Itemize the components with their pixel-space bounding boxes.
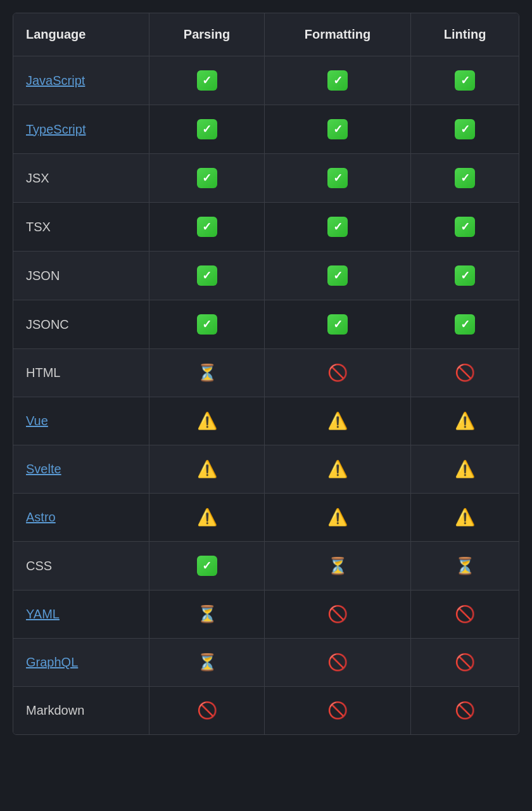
table-row: HTML⏳🚫🚫 [13,349,519,397]
warning-icon: ⚠️ [327,508,348,527]
language-cell[interactable]: GraphQL [13,639,149,687]
parsing-cell: ✓ [149,252,265,300]
support-table: Language Parsing Formatting Linting Java… [13,13,519,735]
check-icon: ✓ [455,70,475,91]
check-icon: ✓ [455,217,475,237]
linting-cell: ✓ [411,203,519,252]
formatting-cell: ✓ [264,154,410,203]
table-row: JavaScript✓✓✓ [13,56,519,105]
warning-icon: ⚠️ [327,411,348,431]
linting-cell: 🚫 [411,591,519,639]
check-icon: ✓ [327,265,348,286]
check-icon: ✓ [455,119,475,139]
formatting-cell: ⚠️ [264,494,410,542]
formatting-cell: 🚫 [264,591,410,639]
parsing-cell: ⚠️ [149,494,265,542]
warning-icon: ⚠️ [455,411,475,431]
language-label: Markdown [26,703,84,717]
language-cell[interactable]: Svelte [13,445,149,494]
linting-cell: ✓ [411,56,519,105]
check-icon: ✓ [197,119,217,139]
table-row: TypeScript✓✓✓ [13,105,519,154]
language-cell: Markdown [13,687,149,735]
check-icon: ✓ [197,217,217,237]
language-link[interactable]: Vue [26,414,48,428]
warning-icon: ⚠️ [197,459,217,479]
table-header-row: Language Parsing Formatting Linting [13,13,519,56]
language-cell[interactable]: Astro [13,494,149,542]
hourglass-icon: ⏳ [197,653,217,672]
formatting-cell: ✓ [264,203,410,252]
parsing-cell: ✓ [149,105,265,154]
col-header-parsing: Parsing [149,13,265,56]
language-cell: TSX [13,203,149,252]
language-link[interactable]: JavaScript [26,73,85,87]
linting-cell: ⚠️ [411,445,519,494]
parsing-cell: ⚠️ [149,397,265,445]
language-label: CSS [26,559,52,573]
check-icon: ✓ [197,168,217,188]
hourglass-icon: ⏳ [197,363,217,383]
language-cell[interactable]: TypeScript [13,105,149,154]
parsing-cell: ⚠️ [149,445,265,494]
linting-cell: ⏳ [411,542,519,591]
hourglass-icon: ⏳ [197,604,217,624]
parsing-cell: ✓ [149,203,265,252]
linting-cell: ⚠️ [411,494,519,542]
no-entry-icon: 🚫 [455,701,475,720]
hourglass-icon: ⏳ [455,556,475,576]
parsing-cell: ✓ [149,154,265,203]
language-label: JSX [26,171,49,185]
warning-icon: ⚠️ [197,411,217,431]
formatting-cell: ✓ [264,300,410,349]
table-row: Markdown🚫🚫🚫 [13,687,519,735]
language-cell[interactable]: Vue [13,397,149,445]
check-icon: ✓ [327,119,348,139]
language-cell[interactable]: YAML [13,591,149,639]
language-link[interactable]: Astro [26,510,56,524]
no-entry-icon: 🚫 [455,604,475,624]
language-link[interactable]: TypeScript [26,122,86,136]
no-entry-icon: 🚫 [327,653,348,672]
check-icon: ✓ [197,70,217,91]
formatting-cell: 🚫 [264,639,410,687]
table-row: Vue⚠️⚠️⚠️ [13,397,519,445]
table-row: CSS✓⏳⏳ [13,542,519,591]
col-header-formatting: Formatting [264,13,410,56]
language-cell: HTML [13,349,149,397]
language-cell: JSX [13,154,149,203]
check-icon: ✓ [197,265,217,286]
parsing-cell: ⏳ [149,591,265,639]
check-icon: ✓ [327,314,348,335]
linting-cell: ✓ [411,300,519,349]
table-row: JSON✓✓✓ [13,252,519,300]
check-icon: ✓ [327,168,348,188]
formatting-cell: 🚫 [264,687,410,735]
no-entry-icon: 🚫 [327,701,348,720]
formatting-cell: ⏳ [264,542,410,591]
col-header-language: Language [13,13,149,56]
formatting-cell: 🚫 [264,349,410,397]
check-icon: ✓ [455,314,475,335]
language-link[interactable]: GraphQL [26,655,78,669]
language-cell[interactable]: JavaScript [13,56,149,105]
table-row: GraphQL⏳🚫🚫 [13,639,519,687]
parsing-cell: ⏳ [149,349,265,397]
linting-cell: ✓ [411,252,519,300]
language-label: HTML [26,366,60,380]
hourglass-icon: ⏳ [327,556,348,576]
linting-cell: ⚠️ [411,397,519,445]
check-icon: ✓ [327,70,348,91]
table-row: JSX✓✓✓ [13,154,519,203]
check-icon: ✓ [197,314,217,335]
linting-cell: ✓ [411,105,519,154]
formatting-cell: ✓ [264,56,410,105]
no-entry-icon: 🚫 [455,363,475,383]
language-link[interactable]: Svelte [26,462,61,476]
linting-cell: 🚫 [411,639,519,687]
no-entry-icon: 🚫 [327,604,348,624]
language-link[interactable]: YAML [26,607,60,621]
col-header-linting: Linting [411,13,519,56]
formatting-cell: ⚠️ [264,445,410,494]
check-icon: ✓ [455,168,475,188]
